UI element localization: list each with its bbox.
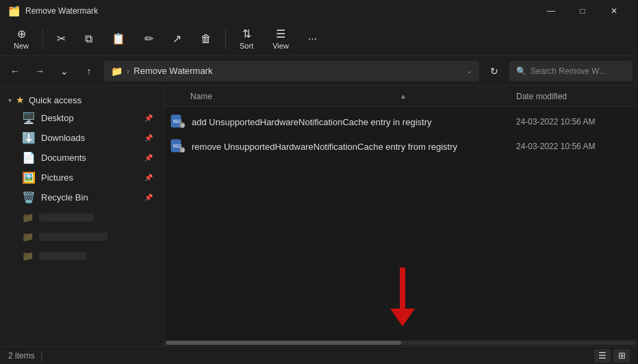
- pin-icon-downloads: 📌: [144, 134, 153, 142]
- file-icon-2: REG ⚙: [170, 138, 186, 155]
- sidebar-item-recyclebin[interactable]: 🗑️ Recycle Bin 📌: [3, 187, 161, 207]
- sidebar-item-desktop[interactable]: 🖥️ Desktop 📌: [3, 108, 161, 128]
- new-button[interactable]: ⊕ New: [5, 25, 37, 53]
- copy-button[interactable]: ⧉: [77, 25, 101, 53]
- sidebar-item-downloads[interactable]: ⬇️ Downloads 📌: [3, 128, 161, 148]
- refresh-button[interactable]: ↻: [485, 62, 504, 81]
- toolbar-separator-1: [42, 29, 43, 49]
- pin-icon-pictures: 📌: [144, 174, 153, 181]
- pin-icon: 📌: [144, 114, 153, 122]
- pin-icon-documents: 📌: [144, 154, 153, 161]
- more-icon: ···: [308, 33, 317, 45]
- file-date-2: 24-03-2022 10:56 AM: [516, 142, 633, 151]
- title-bar: 🗂️ Remove Watermark — □ ✕: [0, 0, 638, 22]
- file-name-1: add UnsupportedHardwareNotificationCache…: [192, 117, 511, 127]
- sidebar-item-documents[interactable]: 📄 Documents 📌: [3, 148, 161, 168]
- file-area: Name ▲ Date modified REG ⚙: [164, 86, 638, 346]
- file-header: Name ▲ Date modified: [164, 86, 638, 107]
- hscroll-track: [166, 341, 637, 345]
- path-separator: ›: [127, 66, 129, 76]
- up-button[interactable]: ↑: [79, 62, 99, 81]
- view-button[interactable]: ☰ View: [264, 25, 297, 53]
- file-icon-1: REG ⚙: [170, 114, 186, 130]
- horizontal-scrollbar[interactable]: [164, 339, 638, 346]
- search-icon: 🔍: [516, 66, 526, 76]
- address-chevron-icon: ⌄: [466, 66, 472, 75]
- folder-icon: 📁: [111, 66, 123, 77]
- hscroll-thumb: [166, 341, 401, 345]
- cut-button[interactable]: ✂: [49, 25, 74, 53]
- blurred-icon-3: 📁: [22, 250, 34, 261]
- table-row[interactable]: REG ⚙ add UnsupportedHardwareNotificatio…: [164, 109, 638, 134]
- svg-text:⚙: ⚙: [181, 123, 185, 128]
- view-icon: ☰: [276, 27, 285, 40]
- title-bar-controls: — □ ✕: [535, 0, 630, 22]
- paste-button[interactable]: 📋: [103, 25, 133, 53]
- svg-text:⚙: ⚙: [181, 148, 185, 153]
- title-bar-left: 🗂️ Remove Watermark: [8, 5, 98, 16]
- address-path[interactable]: 📁 › Remove Watermark ⌄: [104, 61, 479, 81]
- delete-button[interactable]: 🗑: [192, 25, 220, 53]
- blurred-label-2: [39, 233, 107, 241]
- file-area-wrapper: Name ▲ Date modified REG ⚙: [164, 86, 638, 346]
- status-separator: |: [40, 350, 43, 362]
- sidebar-item-documents-label: Documents: [41, 153, 139, 163]
- share-button[interactable]: ↗: [164, 25, 190, 53]
- sort-button[interactable]: ⇅ Sort: [231, 25, 261, 53]
- pictures-icon: 🖼️: [22, 171, 36, 184]
- sidebar-blurred-3: 📁: [3, 247, 161, 265]
- blurred-label-3: [39, 252, 87, 260]
- back-button[interactable]: ←: [5, 62, 25, 81]
- search-box[interactable]: 🔍 Search Remove W...: [509, 61, 633, 81]
- sidebar-item-desktop-label: Desktop: [41, 113, 139, 123]
- close-button[interactable]: ✕: [598, 0, 630, 22]
- app-icon: 🗂️: [8, 5, 20, 16]
- column-date-header: Date modified: [516, 92, 633, 101]
- recyclebin-icon: 🗑️: [22, 191, 36, 204]
- quick-access-chevron-icon: ▾: [8, 96, 12, 104]
- pin-icon-recyclebin: 📌: [144, 194, 153, 201]
- maximize-button[interactable]: □: [567, 0, 598, 22]
- recent-locations-button[interactable]: ⌄: [55, 62, 74, 81]
- forward-button[interactable]: →: [30, 62, 49, 81]
- sidebar-item-pictures-label: Pictures: [41, 172, 139, 183]
- title-bar-title: Remove Watermark: [25, 6, 98, 16]
- sidebar-item-pictures[interactable]: 🖼️ Pictures 📌: [3, 168, 161, 187]
- quick-access-label: Quick access: [29, 95, 81, 105]
- sort-icon: ⇅: [242, 27, 251, 40]
- quick-access-star-icon: ★: [16, 94, 25, 105]
- toolbar: ⊕ New ✂ ⧉ 📋 ✏ ↗ 🗑 ⇅ Sort ☰ View ···: [0, 22, 638, 56]
- blurred-label-1: [39, 213, 94, 222]
- sidebar: ▾ ★ Quick access 🖥️ Desktop 📌 ⬇️ Downloa…: [0, 86, 164, 346]
- table-row[interactable]: REG ⚙ remove UnsupportedHardwareNotifica…: [164, 134, 638, 159]
- address-bar: ← → ⌄ ↑ 📁 › Remove Watermark ⌄ ↻ 🔍 Searc…: [0, 56, 638, 86]
- rename-button[interactable]: ✏: [136, 25, 162, 53]
- blurred-icon-1: 📁: [22, 212, 34, 223]
- minimize-button[interactable]: —: [535, 0, 567, 22]
- new-label: New: [14, 42, 29, 50]
- documents-icon: 📄: [22, 151, 36, 164]
- share-icon: ↗: [173, 32, 181, 45]
- toolbar-separator-2: [225, 29, 226, 49]
- status-bar: 2 items | ☰ ⊞: [0, 346, 638, 364]
- file-date-1: 24-03-2022 10:56 AM: [516, 117, 633, 127]
- sidebar-blurred-2: 📁: [3, 228, 161, 246]
- view-label: View: [272, 42, 289, 50]
- sidebar-item-downloads-label: Downloads: [41, 133, 139, 143]
- sidebar-item-recyclebin-label: Recycle Bin: [41, 192, 139, 203]
- cut-icon: ✂: [57, 32, 66, 45]
- downloads-icon: ⬇️: [22, 131, 36, 144]
- address-path-text: Remove Watermark: [133, 66, 212, 76]
- file-name-2: remove UnsupportedHardwareNotificationCa…: [192, 142, 511, 152]
- main-content: ▾ ★ Quick access 🖥️ Desktop 📌 ⬇️ Downloa…: [0, 86, 638, 346]
- sort-label: Sort: [240, 42, 253, 50]
- new-icon: ⊕: [17, 27, 26, 40]
- details-view-button[interactable]: ☰: [594, 349, 611, 363]
- grid-view-button[interactable]: ⊞: [613, 349, 630, 363]
- blurred-icon-2: 📁: [22, 231, 34, 242]
- sidebar-blurred-1: 📁: [3, 209, 161, 226]
- copy-icon: ⧉: [85, 33, 92, 45]
- quick-access-section[interactable]: ▾ ★ Quick access: [0, 92, 164, 108]
- paste-icon: 📋: [112, 32, 125, 45]
- more-button[interactable]: ···: [300, 25, 325, 53]
